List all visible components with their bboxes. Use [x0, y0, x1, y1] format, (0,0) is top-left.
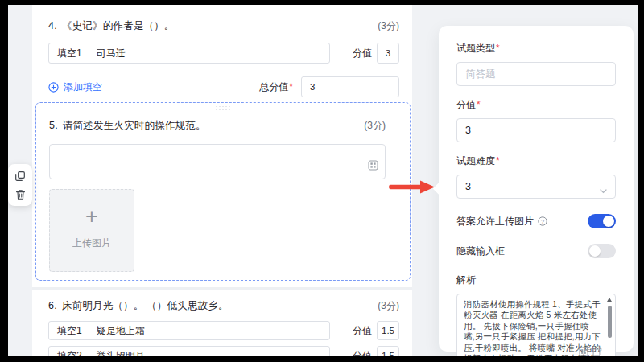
toggle-row-hide-input: 隐藏输入框	[456, 244, 616, 258]
field-score: 分值* 3	[456, 98, 616, 142]
blank-score-input[interactable]: 1.5	[377, 346, 399, 356]
field-question-type: 试题类型* 简答题	[456, 42, 616, 86]
letterbox-left	[0, 0, 8, 362]
letterbox-top	[0, 0, 644, 5]
analysis-label: 解析	[456, 274, 616, 287]
blank-score-label: 分值	[353, 324, 372, 338]
question-4-number: 4.	[48, 20, 57, 31]
blank-label: 填空1	[57, 47, 82, 60]
svg-text:?: ?	[541, 218, 544, 225]
question-5-score-badge: (3分)	[364, 119, 386, 133]
toggle-knob	[589, 245, 601, 257]
plus-icon: +	[85, 208, 98, 225]
blank-score-input[interactable]: 1.5	[377, 321, 399, 340]
blank-answer-input[interactable]: 填空2 举头望明月	[48, 346, 330, 356]
blank-value: 疑是地上霜	[97, 324, 145, 338]
blank-score-label: 分值	[353, 47, 372, 60]
short-answer-textarea[interactable]	[49, 144, 386, 179]
blank-score-input[interactable]: 3	[377, 43, 399, 64]
question-side-toolbar	[8, 164, 32, 206]
hide-input-toggle-off[interactable]	[588, 244, 616, 258]
trash-icon	[15, 189, 26, 200]
help-icon[interactable]: ?	[538, 216, 547, 226]
question-block-5-selected[interactable]: 5.请简述发生火灾时的操作规范。 (3分) + 上传图片	[35, 102, 411, 281]
circle-plus-icon	[48, 82, 59, 93]
allow-upload-label: 答案允许上传图片	[456, 215, 534, 228]
blank-value: 司马迁	[97, 47, 126, 60]
allow-upload-toggle-on[interactable]	[588, 214, 616, 228]
copy-icon	[14, 171, 26, 182]
question-5-number: 5.	[49, 120, 58, 131]
toggle-row-allow-upload: 答案允许上传图片 ?	[456, 214, 616, 228]
question-settings-panel: 试题类型* 简答题 分值* 3 试题难度* 3 答案允许上传图片 ?	[439, 26, 634, 352]
score-label: 分值*	[456, 98, 616, 112]
analysis-textarea[interactable]: 消防器材使用操作规程 1、手提式干粉灭火器 在距离火焰 5 米左右处使用。 先拔…	[456, 294, 616, 362]
delete-question-button[interactable]	[15, 189, 26, 200]
difficulty-select[interactable]: 3	[456, 175, 616, 199]
question-type-label: 试题类型*	[456, 42, 616, 56]
total-score-input[interactable]: 3	[301, 76, 399, 97]
required-asterisk: *	[477, 99, 481, 110]
red-arrow-annotation	[389, 180, 436, 194]
question-6-number: 6.	[48, 300, 57, 311]
question-4-title: 4.《史记》的作者是（）。	[48, 19, 175, 33]
insert-image-icon[interactable]	[368, 159, 378, 174]
letterbox-bottom	[0, 356, 644, 362]
app-window: 4.《史记》的作者是（）。 (3分) 填空1 司马迁 分值 3 添加填空	[0, 0, 644, 362]
question-type-input[interactable]: 简答题	[456, 62, 616, 86]
chevron-down-icon	[600, 185, 607, 196]
difficulty-label: 试题难度*	[456, 154, 616, 168]
question-block-6[interactable]: 6.床前明月光（）。 （）低头思故乡。 (3分) 填空1 疑是地上霜 分值 1.…	[48, 299, 399, 356]
copy-question-button[interactable]	[14, 171, 26, 182]
blank-answer-input[interactable]: 填空1 疑是地上霜	[48, 321, 330, 340]
add-blank-label: 添加填空	[64, 80, 102, 94]
drag-handle-icon[interactable]	[216, 105, 231, 111]
question-6-title: 6.床前明月光（）。 （）低头思故乡。	[48, 299, 229, 313]
field-difficulty: 试题难度* 3	[456, 154, 616, 199]
question-5-title: 5.请简述发生火灾时的操作规范。	[49, 119, 206, 133]
blank-label: 填空2	[57, 349, 82, 356]
question-4-score-badge: (3分)	[378, 19, 399, 33]
add-blank-button[interactable]: 添加填空	[48, 80, 102, 94]
total-score-label: 总分值*	[259, 80, 293, 94]
required-asterisk: *	[496, 155, 500, 167]
upload-image-button[interactable]: + 上传图片	[49, 189, 134, 272]
question-block-4[interactable]: 4.《史记》的作者是（）。 (3分) 填空1 司马迁 分值 3 添加填空	[48, 19, 399, 97]
toggle-knob	[603, 216, 614, 227]
question-editor-canvas: 4.《史记》的作者是（）。 (3分) 填空1 司马迁 分值 3 添加填空	[32, 5, 412, 356]
section-divider	[32, 287, 412, 290]
scroll-up-icon[interactable]	[607, 298, 612, 302]
score-input[interactable]: 3	[456, 118, 616, 142]
upload-image-label: 上传图片	[72, 237, 111, 250]
analysis-scrollbar[interactable]	[605, 296, 613, 362]
question-6-blank-row-1: 填空1 疑是地上霜 分值 1.5	[48, 321, 399, 340]
question-6-score-badge: (3分)	[378, 299, 399, 313]
blank-answer-input[interactable]: 填空1 司马迁	[48, 43, 330, 64]
scroll-thumb[interactable]	[608, 306, 612, 338]
blank-value: 举头望明月	[97, 349, 145, 356]
question-6-blank-row-2: 填空2 举头望明月 分值 1.5	[48, 346, 399, 356]
required-asterisk: *	[289, 81, 293, 93]
letterbox-right	[638, 0, 644, 362]
total-score-group: 总分值* 3	[259, 76, 399, 97]
blank-label: 填空1	[57, 324, 82, 338]
required-asterisk: *	[496, 43, 500, 54]
hide-input-label: 隐藏输入框	[456, 245, 505, 258]
blank-score-label: 分值	[353, 349, 372, 356]
question-4-blank-row: 填空1 司马迁 分值 3	[48, 43, 399, 64]
